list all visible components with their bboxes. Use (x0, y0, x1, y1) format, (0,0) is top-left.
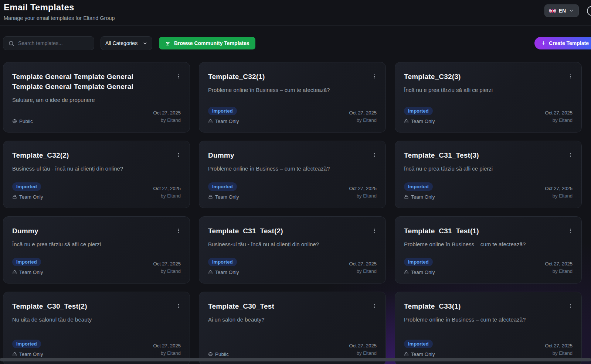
plus-icon: + (542, 40, 546, 47)
template-card[interactable]: Template_C31_Test(3) Încă nu e prea târz… (395, 141, 582, 208)
kebab-menu-icon (567, 73, 573, 79)
template-card[interactable]: Template_C32(2) Business-ul tău - încă n… (3, 141, 190, 208)
card-footer-right: Oct 27, 2025 by Eltand (349, 260, 377, 275)
lock-icon (404, 352, 409, 357)
card-footer: Imported Team Only Oct 27, 2025 by Eltan… (404, 107, 573, 124)
globe-icon (208, 352, 213, 357)
category-dropdown[interactable]: All Categories (101, 36, 152, 50)
visibility-row: Team Only (404, 269, 435, 275)
card-menu-button[interactable] (174, 302, 183, 310)
card-menu-button[interactable] (566, 302, 575, 310)
card-menu-button[interactable] (174, 72, 183, 81)
card-footer-right: Oct 27, 2025 by Eltand (545, 342, 573, 357)
kebab-menu-icon (176, 228, 181, 234)
visibility-label: Team Only (411, 269, 435, 275)
card-menu-button[interactable] (174, 226, 183, 235)
language-selector[interactable]: EN (544, 4, 579, 17)
template-date: Oct 27, 2025 (153, 185, 181, 192)
imported-badge: Imported (208, 182, 237, 191)
template-card[interactable]: Template_C31_Test(1) Probleme online în … (395, 216, 582, 284)
sprout-icon (165, 40, 171, 46)
search-box[interactable] (3, 36, 94, 50)
template-title: Template_C31_Test(2) (208, 226, 377, 236)
template-card[interactable]: Template_C33(1) Probleme online în Busin… (395, 292, 582, 364)
template-date: Oct 27, 2025 (153, 260, 181, 268)
template-card[interactable]: Template_C31_Test(2) Business-ul tău - î… (199, 216, 386, 284)
template-card[interactable]: Template_C32(3) Încă nu e prea târziu să… (395, 62, 582, 133)
template-card[interactable]: Template General Template General Templa… (3, 62, 190, 133)
card-menu-button[interactable] (370, 72, 379, 81)
imported-badge: Imported (404, 107, 433, 115)
visibility-row: Public (12, 119, 33, 124)
user-avatar[interactable] (587, 6, 591, 16)
template-description: Probleme online în Business – cum te afe… (404, 316, 573, 323)
card-footer: Imported Team Only Oct 27, 2025 by Eltan… (404, 258, 573, 275)
page-title: Email Templates (4, 2, 591, 13)
visibility-row: Team Only (404, 194, 435, 200)
card-footer-left: Imported Team Only (208, 182, 239, 200)
chevron-down-icon (569, 8, 574, 13)
card-footer-left: Imported Team Only (208, 107, 239, 124)
template-author: by Eltand (545, 268, 573, 275)
template-date: Oct 27, 2025 (545, 342, 573, 350)
template-description: Încă nu e prea târziu să afli ce pierzi (12, 240, 181, 248)
template-date: Oct 27, 2025 (153, 342, 181, 350)
template-card[interactable]: Dummy Încă nu e prea târziu să afli ce p… (3, 216, 190, 284)
lock-icon (12, 270, 17, 275)
imported-badge: Imported (404, 258, 433, 266)
template-card[interactable]: Template_C30_Test Ai un salon de beauty?… (199, 292, 386, 364)
lock-icon (12, 352, 17, 357)
page-subtitle: Manage your email templates for Eltand G… (4, 15, 591, 21)
card-footer-right: Oct 27, 2025 by Eltand (153, 109, 181, 124)
card-menu-button[interactable] (370, 226, 379, 235)
card-menu-button[interactable] (174, 151, 183, 159)
card-menu-button[interactable] (566, 151, 575, 159)
visibility-label: Public (215, 351, 229, 357)
horizontal-scrollbar[interactable] (0, 358, 591, 361)
template-card[interactable]: Template_C30_Test(2) Nu uita de salonul … (3, 292, 190, 364)
template-title: Dummy (12, 226, 181, 236)
template-date: Oct 27, 2025 (545, 185, 573, 192)
template-card[interactable]: Template_C32(1) Probleme online în Busin… (199, 62, 386, 133)
visibility-row: Team Only (208, 119, 239, 124)
template-title: Template_C32(3) (404, 72, 573, 82)
visibility-label: Team Only (19, 269, 43, 275)
card-footer: Imported Team Only Oct 27, 2025 by Eltan… (12, 340, 181, 357)
template-description: Încă nu e prea târziu să afli ce pierzi (404, 86, 573, 94)
browse-community-templates-button[interactable]: Browse Community Templates (159, 37, 255, 49)
search-input[interactable] (18, 40, 89, 46)
template-description: Salutare, am o idee de propunere (12, 96, 181, 104)
template-date: Oct 27, 2025 (349, 260, 377, 268)
card-menu-button[interactable] (370, 302, 379, 310)
template-grid: Template General Template General Templa… (3, 62, 582, 364)
card-menu-button[interactable] (566, 72, 575, 81)
template-title: Template_C33(1) (404, 302, 573, 312)
kebab-menu-icon (176, 152, 181, 158)
create-button-label: Create Template (549, 40, 589, 46)
card-footer-left: Imported Team Only (404, 107, 435, 124)
imported-badge: Imported (208, 258, 237, 266)
template-card[interactable]: Dummy Probleme online în Business – cum … (199, 141, 386, 208)
card-footer-right: Oct 27, 2025 by Eltand (153, 342, 181, 357)
card-footer-right: Oct 27, 2025 by Eltand (545, 109, 573, 124)
card-footer-left: Imported Team Only (404, 340, 435, 357)
lock-icon (404, 195, 409, 199)
search-icon (8, 40, 14, 47)
card-menu-button[interactable] (566, 226, 575, 235)
language-label: EN (559, 8, 566, 14)
kebab-menu-icon (371, 228, 377, 234)
card-footer-right: Oct 27, 2025 by Eltand (153, 185, 181, 200)
template-description: Probleme online în Business – cum te afe… (208, 86, 377, 94)
kebab-menu-icon (567, 228, 573, 234)
card-footer: Imported Team Only Oct 27, 2025 by Eltan… (12, 182, 181, 200)
card-menu-button[interactable] (370, 151, 379, 159)
template-description: Ai un salon de beauty? (208, 316, 377, 323)
template-title: Dummy (208, 151, 377, 161)
visibility-label: Team Only (411, 119, 435, 124)
card-footer: Public Oct 27, 2025 by Eltand (12, 109, 181, 124)
chevron-down-icon (143, 41, 147, 46)
template-description: Probleme online în Business – cum te afe… (404, 240, 573, 248)
visibility-label: Public (19, 119, 33, 124)
kebab-menu-icon (567, 303, 573, 309)
create-template-button[interactable]: + Create Template (534, 37, 591, 49)
